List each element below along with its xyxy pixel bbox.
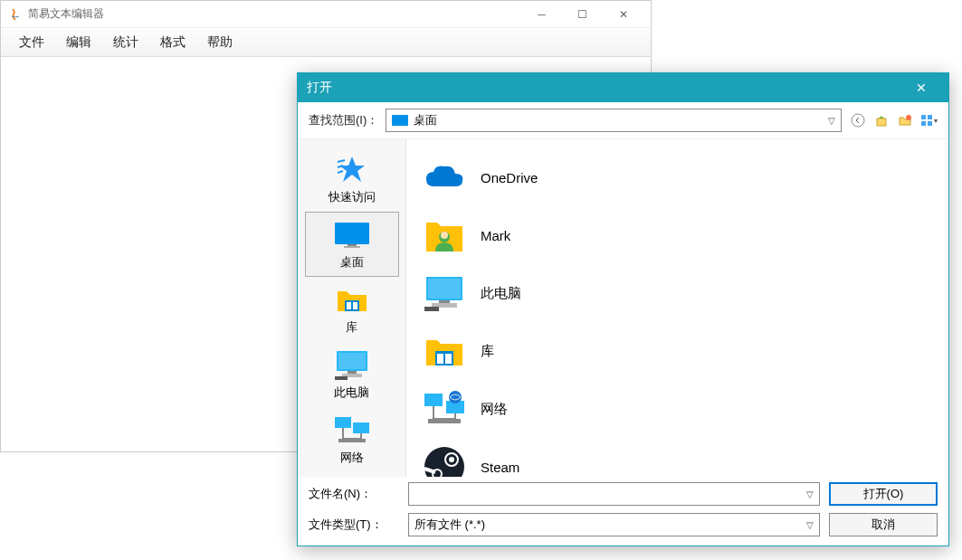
- toolbar-icons: ▾: [849, 111, 938, 129]
- place-label: 库: [346, 319, 357, 336]
- menu-file[interactable]: 文件: [8, 31, 55, 54]
- editor-title: 简易文本编辑器: [28, 6, 521, 22]
- minimize-button[interactable]: ─: [521, 2, 562, 27]
- filename-input-wrapper: ▽: [408, 482, 820, 506]
- file-label: Steam: [481, 460, 519, 475]
- svg-rect-13: [338, 353, 366, 369]
- svg-rect-14: [348, 371, 357, 374]
- library-icon: [333, 283, 371, 316]
- filename-input[interactable]: [414, 488, 814, 501]
- user-folder-icon: [423, 214, 466, 257]
- thispc-icon: [423, 271, 466, 315]
- network-icon: [333, 413, 371, 446]
- menubar: 文件 编辑 统计 格式 帮助: [1, 28, 651, 57]
- svg-rect-6: [335, 223, 369, 244]
- svg-rect-17: [335, 417, 351, 428]
- svg-point-33: [449, 391, 462, 403]
- file-label: 网络: [481, 401, 508, 418]
- svg-rect-7: [348, 244, 357, 246]
- dialog-body: 快速访问 桌面 库 此电脑 网络 OneDrive: [298, 138, 948, 477]
- place-label: 此电脑: [334, 384, 369, 401]
- svg-point-0: [852, 114, 864, 127]
- filename-label: 文件名(N)：: [309, 486, 399, 502]
- place-library[interactable]: 库: [305, 277, 399, 342]
- file-list[interactable]: OneDrive Mark 此电脑 库 网络 Steam: [406, 139, 948, 477]
- filetype-combo[interactable]: 所有文件 (*.*) ▽: [408, 513, 820, 536]
- place-network[interactable]: 网络: [305, 407, 399, 472]
- dialog-title: 打开: [307, 80, 903, 96]
- java-icon: [8, 7, 23, 22]
- new-folder-icon[interactable]: [896, 111, 914, 129]
- svg-rect-3: [928, 115, 932, 119]
- menu-format[interactable]: 格式: [149, 31, 196, 54]
- chevron-down-icon: ▽: [806, 520, 814, 530]
- chevron-down-icon: ▽: [828, 116, 835, 126]
- file-item-mark[interactable]: Mark: [417, 206, 938, 264]
- cancel-button[interactable]: 取消: [829, 513, 938, 536]
- menu-help[interactable]: 帮助: [196, 31, 243, 54]
- places-bar: 快速访问 桌面 库 此电脑 网络: [298, 139, 406, 477]
- file-label: OneDrive: [481, 170, 538, 185]
- quick-access-icon: [333, 153, 371, 185]
- svg-rect-32: [428, 419, 461, 423]
- menu-stats[interactable]: 统计: [102, 31, 149, 54]
- lookup-row: 查找范围(I)： 桌面 ▽ ▾: [298, 102, 948, 138]
- place-label: 网络: [340, 450, 364, 466]
- file-item-onedrive[interactable]: OneDrive: [417, 148, 938, 206]
- open-dialog: 打开 ✕ 查找范围(I)： 桌面 ▽ ▾ 快速访问 桌面: [297, 72, 949, 546]
- svg-rect-4: [921, 121, 926, 126]
- svg-rect-29: [445, 354, 452, 364]
- back-icon[interactable]: [849, 111, 867, 129]
- lookup-combo[interactable]: 桌面 ▽: [386, 109, 842, 132]
- filetype-label: 文件类型(T)：: [309, 517, 399, 533]
- close-button[interactable]: ✕: [603, 2, 643, 27]
- place-desktop[interactable]: 桌面: [305, 212, 399, 277]
- svg-rect-16: [335, 376, 348, 380]
- place-label: 快速访问: [329, 189, 376, 205]
- svg-rect-18: [353, 422, 369, 433]
- svg-point-21: [441, 232, 448, 239]
- place-label: 桌面: [340, 254, 364, 271]
- file-label: 库: [481, 343, 494, 360]
- editor-titlebar: 简易文本编辑器 ─ ☐ ✕: [1, 1, 651, 28]
- file-item-steam[interactable]: Steam: [417, 438, 938, 477]
- svg-point-1: [906, 115, 911, 120]
- desktop-icon: [333, 218, 371, 251]
- svg-rect-23: [428, 279, 461, 299]
- file-item-thispc[interactable]: 此电脑: [417, 264, 938, 322]
- desktop-mini-icon: [392, 115, 408, 126]
- svg-rect-5: [928, 121, 932, 126]
- place-quick-access[interactable]: 快速访问: [305, 147, 399, 212]
- place-thispc[interactable]: 此电脑: [305, 342, 399, 407]
- svg-rect-30: [424, 394, 443, 406]
- steam-icon: [423, 445, 466, 477]
- lookup-value: 桌面: [414, 112, 437, 128]
- svg-rect-24: [439, 300, 450, 303]
- onedrive-icon: [423, 156, 466, 199]
- file-item-library[interactable]: 库: [417, 322, 938, 380]
- window-controls: ─ ☐ ✕: [521, 2, 643, 27]
- dialog-footer: 文件名(N)： ▽ 打开(O) 文件类型(T)： 所有文件 (*.*) ▽ 取消: [298, 477, 948, 546]
- file-item-network[interactable]: 网络: [417, 380, 938, 438]
- network-icon: [423, 387, 466, 431]
- filetype-value: 所有文件 (*.*): [414, 517, 485, 533]
- svg-rect-26: [424, 307, 439, 311]
- file-label: 此电脑: [481, 285, 521, 302]
- open-button[interactable]: 打开(O): [829, 482, 938, 506]
- library-icon: [423, 329, 466, 373]
- svg-rect-10: [347, 302, 351, 309]
- thispc-icon: [333, 348, 371, 381]
- chevron-down-icon[interactable]: ▽: [806, 489, 814, 499]
- svg-rect-8: [344, 246, 360, 248]
- svg-rect-19: [338, 439, 366, 442]
- view-menu-icon[interactable]: ▾: [919, 111, 938, 129]
- lookup-label: 查找范围(I)：: [309, 112, 378, 128]
- up-icon[interactable]: [872, 111, 891, 129]
- dialog-close-button[interactable]: ✕: [903, 73, 939, 102]
- file-label: Mark: [481, 228, 510, 243]
- menu-edit[interactable]: 编辑: [55, 31, 102, 54]
- dialog-titlebar: 打开 ✕: [298, 73, 948, 102]
- maximize-button[interactable]: ☐: [562, 2, 603, 27]
- svg-rect-2: [921, 115, 926, 119]
- svg-rect-28: [437, 354, 443, 364]
